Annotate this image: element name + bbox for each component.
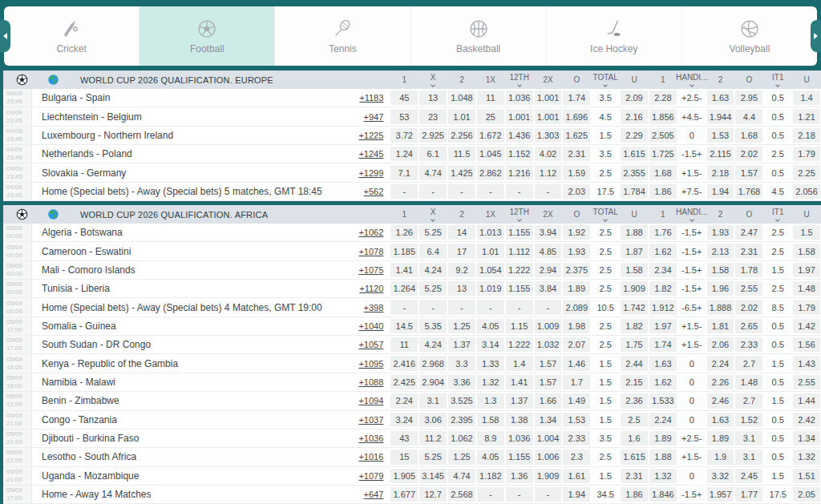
- odds-cell[interactable]: 1.53: [563, 413, 590, 427]
- odds-cell[interactable]: 1.32: [477, 375, 504, 389]
- column-header-handi[interactable]: HANDI...: [677, 71, 706, 89]
- odds-cell[interactable]: 1.013: [477, 225, 504, 240]
- odds-cell[interactable]: 1.93: [563, 244, 590, 258]
- odds-cell[interactable]: 1.303: [535, 128, 562, 143]
- odds-cell[interactable]: 2.46: [707, 393, 734, 408]
- odds-cell[interactable]: 2.115: [707, 147, 734, 161]
- odds-cell[interactable]: 2.505: [649, 128, 677, 143]
- odds-cell[interactable]: 2.425: [390, 375, 418, 389]
- match-name-link[interactable]: Algeria - Botswana: [32, 224, 345, 241]
- odds-cell[interactable]: 3.14: [477, 337, 504, 352]
- odds-cell[interactable]: 1.68: [649, 165, 677, 179]
- odds-cell[interactable]: 1.78: [735, 263, 762, 277]
- odds-cell[interactable]: 1.82: [621, 319, 648, 333]
- odds-cell[interactable]: 1.58: [793, 244, 820, 258]
- odds-cell[interactable]: 1.79: [793, 300, 820, 314]
- odds-cell[interactable]: 15: [390, 450, 418, 464]
- odds-cell[interactable]: -: [390, 300, 418, 314]
- odds-cell[interactable]: 2.925: [419, 128, 447, 143]
- odds-cell[interactable]: 2.24: [707, 356, 734, 370]
- odds-cell[interactable]: 2.375: [563, 263, 590, 277]
- odds-cell[interactable]: 1.32: [649, 469, 677, 483]
- league-title-area[interactable]: WORLD CUP 2026 QUALIFICATION. AFRICA: [3, 205, 390, 224]
- odds-cell[interactable]: 2.904: [419, 375, 447, 389]
- odds-cell[interactable]: 1.79: [793, 147, 820, 161]
- odds-cell[interactable]: 1.53: [707, 128, 734, 143]
- odds-cell[interactable]: 1.9: [707, 450, 734, 464]
- odds-cell[interactable]: 1.264: [390, 281, 418, 296]
- odds-cell[interactable]: -: [506, 184, 533, 199]
- odds-cell[interactable]: -: [506, 300, 533, 314]
- odds-cell[interactable]: 2.44: [621, 356, 648, 370]
- odds-cell[interactable]: 5.25: [419, 225, 447, 240]
- column-header-total[interactable]: TOTAL: [591, 71, 620, 89]
- odds-cell[interactable]: 1.98: [563, 319, 590, 333]
- odds-cell[interactable]: 1.82: [649, 281, 677, 296]
- odds-cell[interactable]: 43: [390, 431, 418, 446]
- league-title-area[interactable]: WORLD CUP 2026 QUALIFICATION. EUROPE: [3, 71, 390, 89]
- match-name-link[interactable]: Slovakia - Germany: [32, 163, 345, 181]
- match-name-link[interactable]: Liechtenstein - Belgium: [32, 107, 345, 125]
- odds-cell[interactable]: 1.01: [477, 244, 504, 258]
- odds-cell[interactable]: 1.21: [793, 109, 820, 123]
- more-markets-link[interactable]: +1075: [345, 261, 390, 279]
- odds-cell[interactable]: 1.4: [506, 356, 533, 370]
- odds-cell[interactable]: 1.001: [506, 109, 533, 123]
- odds-cell[interactable]: 1.58: [621, 263, 648, 277]
- odds-cell[interactable]: 1.905: [390, 469, 418, 483]
- more-markets-link[interactable]: +1183: [345, 89, 390, 107]
- odds-cell[interactable]: 2.03: [563, 184, 590, 199]
- odds-cell[interactable]: 2.089: [563, 300, 590, 314]
- odds-cell[interactable]: 1.26: [390, 225, 418, 240]
- odds-cell[interactable]: 1.63: [649, 356, 677, 370]
- odds-cell[interactable]: 1.63: [707, 91, 734, 105]
- odds-cell[interactable]: 2.26: [707, 375, 734, 389]
- odds-cell[interactable]: 2.568: [448, 487, 475, 502]
- odds-cell[interactable]: 1.51: [793, 469, 820, 483]
- odds-cell[interactable]: 2.862: [477, 165, 504, 179]
- odds-cell[interactable]: 1.222: [506, 337, 533, 352]
- odds-cell[interactable]: 1.185: [390, 244, 418, 258]
- odds-cell[interactable]: 2.34: [649, 263, 677, 277]
- odds-cell[interactable]: 2.25: [793, 165, 820, 179]
- match-name-link[interactable]: Cameroon - Eswatini: [32, 242, 345, 260]
- odds-cell[interactable]: 2.33: [563, 431, 590, 446]
- match-name-link[interactable]: Somalia - Guinea: [32, 317, 345, 335]
- odds-cell[interactable]: 7.1: [390, 165, 418, 179]
- odds-cell[interactable]: 1.68: [735, 128, 762, 143]
- odds-cell[interactable]: 1.36: [506, 469, 533, 483]
- odds-cell[interactable]: 1.15: [506, 319, 533, 333]
- odds-cell[interactable]: 1.34: [793, 431, 820, 446]
- tab-volleyball[interactable]: Volleyball: [682, 6, 817, 66]
- odds-cell[interactable]: 23: [419, 109, 447, 123]
- odds-cell[interactable]: 4.24: [419, 337, 447, 352]
- odds-cell[interactable]: -: [477, 487, 504, 502]
- odds-cell[interactable]: 3.1: [735, 450, 762, 464]
- odds-cell[interactable]: 1.677: [390, 487, 418, 502]
- match-name-link[interactable]: Home - Away 14 Matches: [32, 486, 345, 503]
- tab-basketball[interactable]: Basketball: [411, 6, 547, 66]
- odds-cell[interactable]: 11: [390, 337, 418, 352]
- odds-cell[interactable]: 1.112: [506, 244, 533, 258]
- odds-cell[interactable]: 2.07: [563, 337, 590, 352]
- odds-cell[interactable]: 6.1: [419, 147, 447, 161]
- odds-cell[interactable]: 1.41: [506, 375, 533, 389]
- odds-cell[interactable]: 1.62: [649, 375, 677, 389]
- odds-cell[interactable]: 2.65: [735, 319, 762, 333]
- odds-cell[interactable]: 1.62: [649, 244, 677, 258]
- odds-cell[interactable]: 1.86: [649, 184, 677, 199]
- odds-cell[interactable]: 1.25: [448, 450, 475, 464]
- odds-cell[interactable]: 1.41: [390, 263, 418, 277]
- more-markets-link[interactable]: +1040: [345, 317, 390, 335]
- match-name-link[interactable]: Congo - Tanzania: [32, 411, 345, 429]
- odds-cell[interactable]: 9.2: [448, 263, 475, 277]
- odds-cell[interactable]: 1.182: [477, 469, 504, 483]
- odds-cell[interactable]: 4.05: [477, 319, 504, 333]
- match-name-link[interactable]: Netherlands - Poland: [32, 145, 345, 163]
- odds-cell[interactable]: 5.35: [419, 319, 447, 333]
- match-name-link[interactable]: Mali - Comoro Islands: [32, 261, 345, 279]
- odds-cell[interactable]: 1.625: [563, 128, 590, 143]
- match-name-link[interactable]: Djibouti - Burkina Faso: [32, 429, 345, 447]
- odds-cell[interactable]: 2.24: [649, 413, 677, 427]
- odds-cell[interactable]: 2.7: [735, 356, 762, 370]
